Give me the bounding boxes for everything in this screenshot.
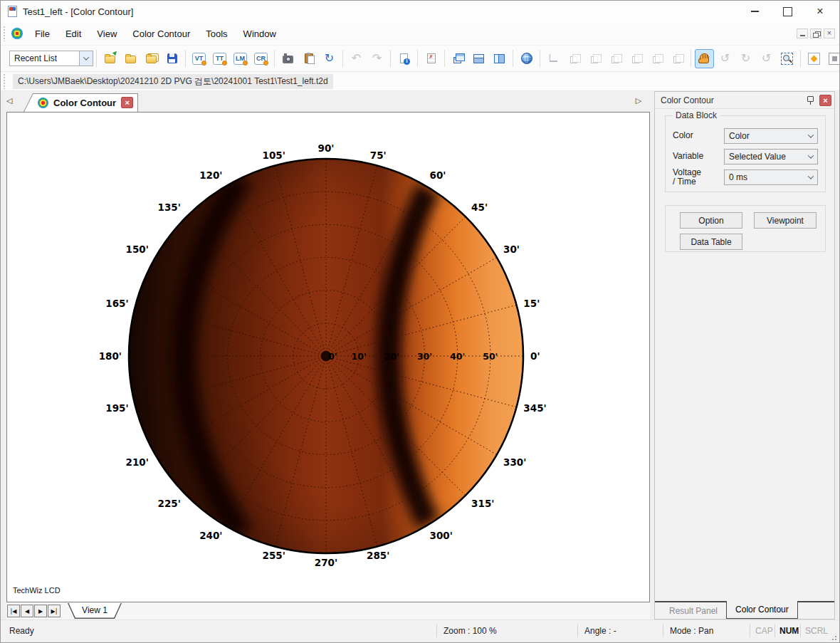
maximize-button[interactable] bbox=[771, 1, 804, 22]
plot-canvas[interactable]: 0'15'30'45'60'75'90'105'120'135'150'165'… bbox=[6, 112, 650, 602]
app-bullseye-icon bbox=[11, 28, 23, 39]
report-button[interactable] bbox=[394, 49, 414, 68]
tool-bar: Recent List VTTTLMCR↻↶↷✗↺↻↺ bbox=[1, 46, 839, 72]
menu-tools[interactable]: Tools bbox=[198, 26, 235, 42]
globe-icon bbox=[521, 53, 532, 64]
num-lock-indicator: NUM bbox=[779, 626, 799, 636]
resize-grip[interactable] bbox=[829, 633, 837, 641]
open-recent-icon bbox=[105, 56, 115, 63]
recent-list-dropdown-button[interactable] bbox=[79, 51, 93, 66]
angle-label-15: 15' bbox=[523, 298, 540, 309]
zoom-window-button[interactable] bbox=[777, 49, 797, 68]
menu-color-contour[interactable]: Color Contour bbox=[125, 26, 198, 42]
capture-button[interactable] bbox=[278, 49, 298, 68]
open-button[interactable] bbox=[121, 49, 140, 68]
axes-3d-button[interactable] bbox=[544, 49, 563, 68]
angle-label-0: 0' bbox=[530, 350, 540, 362]
document-tab-strip: ◁ Color Contour × ▷ bbox=[6, 91, 650, 112]
cube-view-3-button[interactable] bbox=[606, 49, 625, 68]
globe-button[interactable] bbox=[517, 49, 536, 68]
open-multiple-button[interactable] bbox=[142, 49, 161, 68]
refresh-icon: ↻ bbox=[325, 53, 334, 64]
angle-label-45: 45' bbox=[471, 202, 488, 213]
tt-module-button[interactable]: TT bbox=[210, 49, 229, 68]
view-first-button[interactable]: |◀ bbox=[7, 605, 20, 617]
tab-color-contour[interactable]: Color Contour × bbox=[23, 93, 138, 112]
rotate-horizontal-icon: ↻ bbox=[741, 53, 750, 64]
vt-module-button[interactable]: VT bbox=[189, 49, 209, 68]
cube-view-6-button[interactable] bbox=[668, 49, 687, 68]
angle-label-120: 120' bbox=[199, 169, 222, 181]
menu-edit[interactable]: Edit bbox=[58, 26, 89, 42]
angle-label-135: 135' bbox=[158, 202, 181, 213]
menu-view[interactable]: View bbox=[89, 26, 125, 42]
tab-scroll-left-button[interactable]: ◁ bbox=[4, 94, 15, 107]
lm-module-button[interactable]: LM bbox=[231, 49, 250, 68]
panel-close-icon[interactable]: × bbox=[819, 95, 831, 106]
mdi-minimize-button[interactable] bbox=[797, 28, 808, 38]
radial-label-20: 20' bbox=[384, 351, 399, 362]
redo-button[interactable]: ↷ bbox=[367, 49, 387, 68]
variable-select[interactable]: Selected Value bbox=[724, 149, 818, 164]
cascade-windows-button[interactable] bbox=[448, 49, 468, 68]
angle-label-195: 195' bbox=[105, 402, 128, 414]
status-separator bbox=[436, 624, 437, 637]
view-prev-button[interactable]: ◀ bbox=[21, 605, 33, 617]
mdi-close-button[interactable]: × bbox=[824, 28, 835, 38]
tab-close-icon[interactable]: × bbox=[121, 97, 133, 108]
tile-horizontal-button[interactable] bbox=[469, 49, 488, 68]
undo-button[interactable]: ↶ bbox=[347, 49, 366, 68]
recent-list-label: Recent List bbox=[10, 53, 79, 63]
paste-button[interactable] bbox=[299, 49, 318, 68]
open-recent-button[interactable] bbox=[100, 49, 120, 68]
toolbar-separator bbox=[513, 50, 513, 67]
menu-gripper[interactable] bbox=[3, 26, 6, 41]
status-mode: Mode : Pan bbox=[670, 626, 713, 636]
menu-window[interactable]: Window bbox=[236, 26, 284, 42]
actual-size-button[interactable] bbox=[825, 49, 840, 68]
rotate-free-button[interactable]: ↺ bbox=[757, 49, 776, 68]
panel-tab-bar: Result Panel Color Contour bbox=[655, 601, 834, 619]
angle-label-255: 255' bbox=[263, 550, 285, 561]
cr-module-button[interactable]: CR bbox=[251, 49, 271, 68]
tab-result-panel[interactable]: Result Panel bbox=[661, 602, 726, 619]
menu-file[interactable]: File bbox=[27, 26, 58, 42]
pan-button[interactable] bbox=[695, 49, 714, 68]
radial-label-50: 50' bbox=[483, 351, 498, 362]
view-tab[interactable]: View 1 bbox=[68, 603, 122, 619]
mdi-restore-button[interactable] bbox=[810, 28, 821, 38]
status-bar: Ready Zoom : 100 % Angle : - Mode : Pan … bbox=[1, 620, 839, 643]
option-button[interactable]: Option bbox=[680, 212, 742, 229]
voltage-time-field-label: Voltage / Time bbox=[673, 168, 701, 187]
cube-view-4-button[interactable] bbox=[626, 49, 646, 68]
status-separator bbox=[750, 624, 750, 637]
cube-view-2-button[interactable] bbox=[585, 49, 604, 68]
cube-view-5-button[interactable] bbox=[647, 49, 666, 68]
file-path: C:\Users\JMBaek\Desktop\20241210 2D PVG … bbox=[13, 74, 333, 89]
pin-icon[interactable] bbox=[806, 95, 815, 105]
cube-view-1-button[interactable] bbox=[565, 49, 584, 68]
status-separator bbox=[775, 624, 775, 637]
tile-vertical-button[interactable] bbox=[490, 49, 509, 68]
pathbar-gripper[interactable] bbox=[3, 73, 6, 89]
view-next-button[interactable]: ▶ bbox=[34, 605, 47, 617]
save-button[interactable] bbox=[162, 49, 182, 68]
rotate-horizontal-button[interactable]: ↻ bbox=[736, 49, 755, 68]
tab-color-contour-panel[interactable]: Color Contour bbox=[726, 601, 798, 619]
voltage-time-select[interactable]: 0 ms bbox=[724, 169, 818, 185]
recent-list-combo[interactable]: Recent List bbox=[9, 51, 93, 66]
data-table-button[interactable]: Data Table bbox=[680, 234, 742, 250]
rotate-button[interactable]: ↺ bbox=[715, 49, 735, 68]
data-check-button[interactable]: ✗ bbox=[421, 49, 441, 68]
refresh-button[interactable]: ↻ bbox=[320, 49, 339, 68]
tab-scroll-right-button[interactable]: ▷ bbox=[633, 94, 644, 107]
fit-view-button[interactable] bbox=[804, 49, 824, 68]
close-button[interactable]: × bbox=[804, 1, 836, 22]
minimize-button[interactable] bbox=[738, 1, 771, 22]
viewpoint-button[interactable]: Viewpoint bbox=[754, 212, 817, 229]
color-select[interactable]: Color bbox=[724, 128, 818, 144]
radial-label-0: 0' bbox=[328, 351, 337, 362]
view-last-button[interactable]: ▶| bbox=[48, 605, 61, 617]
lm-module-icon: LM bbox=[233, 53, 247, 65]
angle-label-60: 60' bbox=[430, 169, 446, 181]
